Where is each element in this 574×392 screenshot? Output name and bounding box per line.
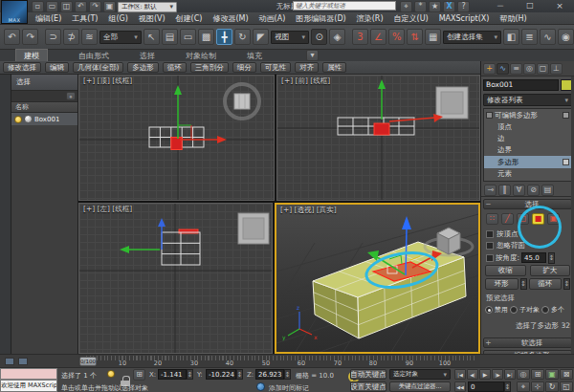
window-crossing-icon[interactable]: ▩ (198, 29, 214, 45)
loop-spinner[interactable]: ↕ (563, 278, 570, 290)
select-and-scale-icon[interactable]: ◤ (253, 29, 269, 45)
key-filters-button[interactable]: 关键点过滤器... (389, 381, 451, 392)
search-input[interactable] (293, 1, 396, 11)
preview-subobj-radio[interactable] (510, 306, 518, 314)
menu-group[interactable]: 组(G) (104, 11, 131, 26)
viewport-perspective-label[interactable]: [+] [透视] [真实] (280, 206, 337, 215)
bind-to-space-warp-icon[interactable]: ≋ (81, 29, 98, 45)
make-unique-icon[interactable]: ∀ (513, 185, 525, 196)
stack-item-element[interactable]: 元素 (484, 168, 571, 180)
add-time-tag-text[interactable]: 添加时间标记 (269, 383, 309, 392)
exchange-icon[interactable]: X (443, 1, 455, 12)
help-icon[interactable]: ? (457, 1, 470, 12)
menu-graph-editors[interactable]: 图形编辑器(D) (292, 11, 349, 26)
named-selection-sets-dropdown[interactable]: 创建选择集▾ (443, 31, 501, 44)
maximize-button[interactable]: □ (516, 0, 544, 11)
tab-hierarchy-icon[interactable]: ≡ (510, 63, 522, 75)
frame-spinner[interactable]: ↕ (504, 381, 511, 392)
go-to-end-icon[interactable]: ▶| (504, 369, 516, 380)
ring-button[interactable]: 环形 (485, 278, 519, 290)
select-and-move-icon[interactable]: ╋ (216, 29, 232, 45)
menu-tools[interactable]: 工具(T) (68, 11, 101, 26)
viewport-top-label[interactable]: [+] [顶] [线框] (83, 76, 132, 86)
modifier-list-dropdown[interactable]: 修改器列表▾ (483, 94, 572, 106)
maxscript-macro-recorder[interactable] (0, 368, 57, 380)
menu-animation[interactable]: 动画(A) (255, 11, 290, 26)
select-object-icon[interactable]: ↖ (144, 29, 160, 45)
menu-maxscript[interactable]: MAXScript(X) (435, 12, 494, 25)
align-icon[interactable]: ≣ (521, 29, 538, 45)
pan-icon[interactable]: ⊹ (531, 381, 544, 392)
ribbon-panel-properties[interactable]: 属性 (322, 62, 346, 73)
go-to-start-icon[interactable]: |◀ (454, 369, 466, 380)
edit-named-selection-sets-icon[interactable]: ▦ (425, 29, 441, 45)
select-and-manipulate-icon[interactable]: ◈ (329, 29, 345, 45)
zoom-icon[interactable]: ◎ (517, 369, 530, 380)
tab-create-icon[interactable]: + (483, 63, 496, 75)
zoom-region-icon[interactable]: ⌖ (517, 381, 530, 392)
by-vertex-checkbox[interactable] (486, 230, 494, 238)
ribbon-tab-populate[interactable]: 填充 (247, 51, 262, 61)
close-button[interactable]: × (545, 0, 574, 11)
ribbon-tab-selection[interactable]: 选择 (140, 51, 155, 61)
ring-spinner[interactable]: ↕ (520, 278, 527, 290)
ribbon-tab-freeform[interactable]: 自由形式 (78, 51, 109, 61)
play-icon[interactable]: ▶ (479, 369, 491, 380)
select-by-name-icon[interactable]: ▤ (162, 29, 178, 45)
mini-curve-editor-icon[interactable] (5, 358, 14, 365)
spinner-snap-icon[interactable]: ⇅ (407, 29, 423, 45)
orbit-icon[interactable]: ↻ (545, 381, 559, 392)
material-editor-icon[interactable]: ◉ (558, 29, 574, 45)
ribbon-panel-geometry-all[interactable]: 几何体(全部) (73, 62, 123, 73)
by-angle-checkbox[interactable] (486, 254, 494, 262)
selection-rollout-header[interactable]: − 选择 (483, 199, 572, 209)
explorer-search-icon[interactable]: ⌖ (66, 92, 76, 100)
ribbon-panel-loops[interactable]: 循环 (163, 62, 187, 73)
angle-snap-icon[interactable]: ∠ (370, 29, 386, 45)
preview-disable-radio[interactable] (485, 306, 493, 314)
ribbon-tab-modeling[interactable]: 建模 (15, 49, 48, 62)
menu-customize[interactable]: 自定义(U) (390, 11, 432, 26)
ribbon-panel-modify-selection[interactable]: 修改选择 (3, 62, 41, 73)
tab-modify-icon[interactable]: ∿ (497, 63, 509, 75)
zoom-all-icon[interactable]: ⊞ (531, 369, 544, 380)
maximize-viewport-toggle-icon[interactable]: ◱ (560, 381, 573, 392)
stack-item-vertex[interactable]: 顶点 (484, 121, 571, 133)
ribbon-panel-subdivision[interactable]: 细分 (232, 62, 256, 73)
ribbon-panel-align[interactable]: 对齐 (295, 62, 319, 73)
element-subobject-icon[interactable]: ▣ (547, 213, 560, 225)
key-mode-toggle-icon[interactable]: ◀◀ (454, 381, 466, 392)
ignore-backfacing-checkbox[interactable] (486, 242, 494, 250)
soft-selection-rollout-header[interactable]: + 软选择 (483, 338, 572, 348)
transform-type-in-icon[interactable]: ⊞ (133, 369, 145, 381)
viewport-top[interactable]: [+] [顶] [线框] (78, 75, 275, 201)
current-frame-field[interactable]: 0 (468, 381, 504, 392)
stack-root-editable-poly[interactable]: 可编辑多边形 (484, 109, 571, 121)
menu-rendering[interactable]: 渲染(R) (353, 11, 387, 26)
select-and-rotate-icon[interactable]: ↻ (234, 29, 251, 45)
viewport-left[interactable]: [+] [左] [线框] (78, 203, 273, 354)
viewport-perspective[interactable]: [+] [透视] [真实] (275, 203, 480, 354)
vertex-subobject-icon[interactable]: ∷ (486, 213, 498, 225)
viewport-left-label[interactable]: [+] [左] [线框] (83, 205, 132, 214)
set-key-button[interactable]: 设置关键点 (350, 381, 386, 392)
track-bar-toggle-icon[interactable] (18, 358, 28, 365)
y-coordinate-field[interactable]: -10.224 (206, 369, 236, 380)
menu-modifiers[interactable]: 修改器(M) (209, 11, 252, 26)
angle-spinner[interactable]: ↕ (548, 252, 555, 264)
pin-stack-icon[interactable]: ⊸ (484, 185, 497, 196)
polygon-subobject-icon[interactable]: ■ (532, 213, 544, 225)
minimize-button[interactable]: — (486, 0, 515, 11)
preview-multi-radio[interactable] (541, 306, 549, 314)
menu-create[interactable]: 创建(C) (172, 11, 207, 26)
show-end-result-icon[interactable]: ‖ (498, 185, 511, 196)
ribbon-panel-tris[interactable]: 三角剖分 (190, 62, 229, 73)
snaps-toggle-icon[interactable]: 3 (352, 29, 368, 45)
rectangular-selection-region-icon[interactable]: ▭ (180, 29, 196, 45)
viewport-front[interactable]: [+] [前] [线框] (276, 75, 480, 201)
ribbon-panel-visibility[interactable]: 可见性 (260, 62, 292, 73)
auto-key-button[interactable]: 自动关键点 (350, 369, 386, 380)
edge-subobject-icon[interactable]: ╱ (501, 213, 514, 225)
reference-coordinate-dropdown[interactable]: 视图▾ (271, 31, 309, 44)
viewport-front-label[interactable]: [+] [前] [线框] (281, 76, 330, 86)
